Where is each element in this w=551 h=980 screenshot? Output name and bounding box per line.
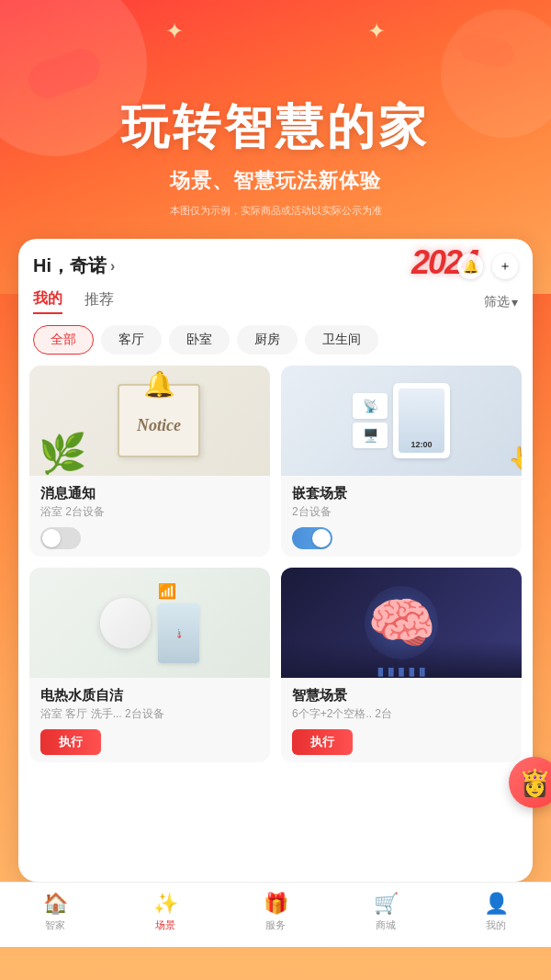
greeting-arrow: ›: [110, 258, 115, 275]
panel-image: 📡 🖥️ 12:00 👆: [281, 366, 522, 476]
nav-service[interactable]: 🎁 服务: [220, 892, 331, 932]
tabs-row: 我的 推荐 筛选 ▾: [18, 289, 533, 314]
panel-device: 12:00: [393, 383, 450, 458]
firework-left: ✦: [165, 18, 184, 44]
nested-toggle[interactable]: [292, 527, 332, 549]
scene-notice-sub: 浴室 2台设备: [40, 504, 259, 520]
chevron-down-icon: ▾: [512, 295, 518, 310]
scene-nested-action: [292, 527, 511, 549]
scene-notice-action: [40, 527, 259, 549]
card-header: Hi，奇诺 › 2024 🔔 ＋: [18, 239, 533, 278]
scene-notice-info: 消息通知 浴室 2台设备: [29, 476, 270, 557]
nav-shop-label: 商城: [376, 918, 396, 932]
nav-home[interactable]: 🏠 智家: [0, 892, 110, 932]
nav-scene[interactable]: ✨ 场景: [110, 892, 220, 932]
scene-ai-sub: 6个字+2个空格.. 2台: [292, 706, 511, 722]
toggle-knob-on: [312, 529, 331, 547]
nav-profile[interactable]: 👤 我的: [441, 892, 551, 932]
category-kitchen[interactable]: 厨房: [237, 325, 298, 355]
scene-notice[interactable]: 🌿 🔔 Notice 消息通知 浴室 2台设备: [29, 366, 270, 557]
nav-home-label: 智家: [45, 918, 65, 932]
toggle-knob: [42, 529, 61, 547]
profile-icon: 👤: [484, 892, 508, 916]
scene-heater-info: 电热水质自洁 浴室 客厅 洗手... 2台设备 执行: [29, 678, 270, 762]
heater-unit: 📶 🌡️: [158, 582, 199, 663]
heater-unit-icon: 🌡️: [174, 628, 185, 638]
scene-heater-name: 电热水质自洁: [40, 687, 259, 704]
header-icons: 🔔 ＋: [457, 253, 518, 279]
scene-icon: ✨: [153, 892, 177, 916]
scene-nested-info: 嵌套场景 2台设备: [281, 476, 522, 557]
scene-ai-name: 智慧场景: [292, 687, 511, 704]
scene-nested-name: 嵌套场景: [292, 485, 511, 502]
scene-heater-action[interactable]: 执行: [40, 729, 259, 755]
categories-row: 全部 客厅 卧室 厨房 卫生间: [18, 314, 533, 366]
mini-device-2: 🖥️: [353, 422, 388, 448]
greeting-name: Hi，奇诺: [33, 253, 107, 278]
scene-ai-info: 智慧场景 6个字+2个空格.. 2台 执行: [281, 678, 522, 762]
touch-icon: 👆: [508, 445, 522, 471]
category-all[interactable]: 全部: [33, 325, 94, 355]
service-icon: 🎁: [264, 892, 287, 916]
filter-button[interactable]: 筛选 ▾: [484, 294, 518, 310]
greeting-text[interactable]: Hi，奇诺 ›: [33, 253, 115, 278]
plant-icon: 🌿: [39, 431, 86, 476]
category-bedroom[interactable]: 卧室: [169, 325, 230, 355]
scene-ai[interactable]: 🧠 ▐▌▐▌▐▌▐▌▐▌ 智慧场景 6个字+2个空格.. 2台 执行: [281, 568, 522, 762]
panel-screen: 12:00: [399, 389, 444, 453]
notice-board-text: Notice: [137, 416, 181, 435]
mini-device-1: 📡: [353, 393, 388, 419]
main-card: Hi，奇诺 › 2024 🔔 ＋ 我的 推荐: [18, 239, 533, 882]
scene-nested-sub: 2台设备: [292, 504, 511, 520]
nav-shop[interactable]: 🛒 商城: [331, 892, 441, 932]
scene-ai-action[interactable]: 执行: [292, 729, 511, 755]
firework-right: ✦: [367, 18, 386, 44]
ai-exec-button[interactable]: 执行: [292, 729, 353, 755]
add-button[interactable]: ＋: [492, 253, 518, 279]
scene-heater-sub: 浴室 客厅 洗手... 2台设备: [40, 706, 259, 722]
tab-mine[interactable]: 我的: [33, 289, 62, 314]
hero-subtitle: 场景、智慧玩法新体验: [170, 167, 381, 195]
heater-box: 🌡️: [158, 603, 199, 663]
home-icon: 🏠: [43, 892, 67, 916]
panel-time: 12:00: [410, 440, 432, 449]
nav-profile-label: 我的: [486, 918, 506, 932]
bell-button[interactable]: 🔔: [457, 253, 483, 279]
nav-scene-label: 场景: [155, 918, 175, 932]
notice-toggle[interactable]: [40, 527, 81, 549]
mini-devices: 📡 🖥️: [353, 393, 388, 448]
heater-image: 📶 🌡️: [29, 568, 270, 678]
hero-title: 玩转智慧的家: [121, 96, 430, 160]
hero-disclaimer: 本图仅为示例，实际商品或活动以实际公示为准: [170, 204, 382, 218]
bell-icon: 🔔: [143, 369, 175, 400]
scene-heater[interactable]: 📶 🌡️ 电热水质自洁 浴室 客厅 洗手... 2台设备 执行: [29, 568, 270, 762]
scene-grid: 🌿 🔔 Notice 消息通知 浴室 2台设备: [18, 366, 533, 762]
notice-image: 🌿 🔔 Notice: [29, 366, 270, 476]
ai-brain-icon: 🧠: [367, 591, 436, 656]
tab-recommend[interactable]: 推荐: [84, 290, 114, 313]
scene-nested[interactable]: 📡 🖥️ 12:00 👆 嵌套场景 2台设备: [281, 366, 522, 557]
category-living[interactable]: 客厅: [101, 325, 162, 355]
wifi-icon: 📶: [158, 582, 199, 600]
notice-board: 🔔 Notice: [118, 384, 200, 457]
scene-notice-name: 消息通知: [40, 485, 259, 502]
ai-image: 🧠 ▐▌▐▌▐▌▐▌▐▌: [281, 568, 522, 678]
circle-device: [100, 598, 151, 648]
heater-exec-button[interactable]: 执行: [40, 729, 101, 755]
shop-icon: 🛒: [374, 892, 398, 916]
bottom-nav: 🏠 智家 ✨ 场景 🎁 服务 🛒 商城 👤 我的: [0, 882, 551, 947]
nav-service-label: 服务: [265, 918, 286, 932]
category-bathroom[interactable]: 卫生间: [305, 325, 378, 355]
